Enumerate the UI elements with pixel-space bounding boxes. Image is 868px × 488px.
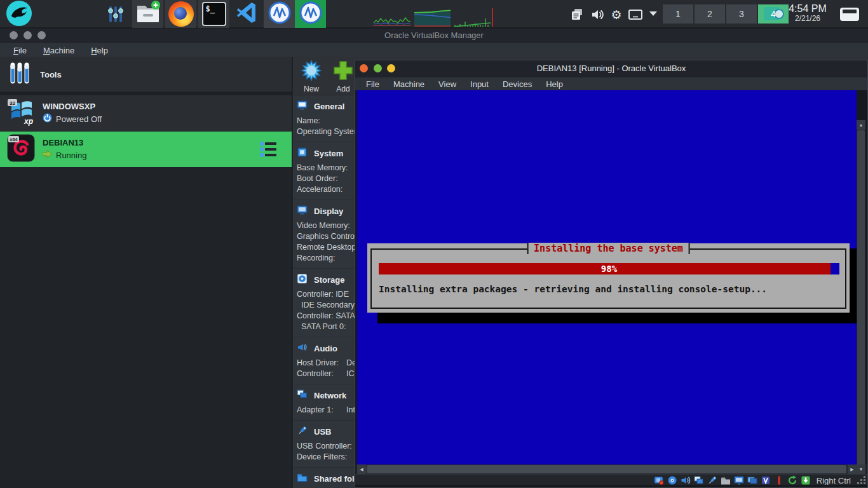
workspace-2-button[interactable]: 2 — [695, 4, 725, 24]
keyboard-capture-icon[interactable] — [801, 475, 811, 485]
detail-label: Operating System: — [297, 126, 363, 137]
sidebar-item-windowsxp[interactable]: 32 xp WINDOWSXP Pow — [0, 95, 292, 132]
dialog-shadow — [850, 248, 857, 323]
file-manager-launcher[interactable] — [132, 0, 163, 28]
virtualbox-icon — [268, 1, 292, 27]
host-key-label: Right Ctrl — [817, 476, 851, 485]
audio-icon[interactable] — [681, 475, 691, 485]
vm-details-toggle-icon[interactable] — [259, 140, 278, 161]
detail-label: Controller: — [297, 369, 346, 379]
network-icon[interactable] — [694, 475, 704, 485]
sidebar-item-debian13-selected[interactable]: x64 DEBIAN13 Running — [0, 132, 292, 167]
display-icon — [297, 205, 308, 218]
keyboard-indicator-icon[interactable] — [774, 475, 784, 485]
horizontal-scrollbar[interactable]: ◀ ▶ — [357, 464, 857, 474]
vm-name: WINDOWSXP — [43, 102, 102, 111]
powered-off-icon — [43, 113, 52, 125]
vscode-launcher[interactable] — [231, 0, 262, 28]
workspace-3-button[interactable]: 3 — [726, 4, 757, 24]
firefox-launcher[interactable] — [165, 0, 196, 28]
svg-text:xp: xp — [24, 117, 33, 126]
scroll-left-icon[interactable]: ◀ — [357, 464, 366, 474]
app-menu-button[interactable] — [5, 1, 33, 28]
panel-drawer-icon[interactable] — [840, 8, 859, 21]
scroll-down-icon[interactable]: ▼ — [857, 464, 865, 474]
detail-label: Name: — [297, 116, 320, 126]
menu-help[interactable]: Help — [84, 44, 115, 57]
mouse-integration-icon[interactable] — [787, 475, 797, 485]
usb-icon[interactable] — [707, 475, 717, 485]
vm-menubar: File Machine View Input Devices Help — [355, 77, 867, 90]
hdd-icon[interactable] — [654, 475, 664, 485]
manager-titlebar[interactable]: Oracle VirtualBox Manager — [0, 29, 868, 43]
vm-menu-file[interactable]: File — [359, 79, 386, 90]
vm-titlebar[interactable]: DEBIAN13 [Running] - Oracle VirtualBox — [355, 60, 867, 77]
settings-gear-icon[interactable]: ⚙ — [609, 7, 624, 22]
clock[interactable]: 4:54 PM 2/21/26 — [787, 3, 829, 24]
memory-graph[interactable] — [414, 8, 451, 27]
installer-dialog: Installing the base system 98% Installin… — [367, 243, 850, 313]
clipboard-tray-icon[interactable] — [569, 7, 585, 22]
display-tray-icon[interactable] — [628, 7, 643, 22]
detail-label: Controller: IDE — [297, 289, 349, 300]
vertical-scroll-thumb[interactable] — [857, 130, 865, 488]
sharedfolders-icon — [297, 472, 308, 485]
menu-file[interactable]: File — [6, 44, 34, 57]
vm-name: DEBIAN13 — [43, 138, 86, 147]
scroll-right-icon[interactable]: ▶ — [848, 464, 857, 474]
shared-folders-icon[interactable] — [721, 475, 731, 485]
network-graph[interactable] — [454, 8, 493, 27]
manager-window-title: Oracle VirtualBox Manager — [0, 30, 868, 40]
workspace-1-button[interactable]: 1 — [663, 4, 693, 24]
vm-menu-view[interactable]: View — [431, 79, 463, 90]
vm-display-area: Installing the base system 98% Installin… — [355, 90, 867, 464]
progress-bar: 98% — [379, 263, 839, 274]
section-title: General — [314, 102, 344, 111]
chevron-down-icon[interactable] — [649, 11, 657, 16]
dialog-title: Installing the base system — [527, 243, 690, 254]
network-icon — [297, 389, 308, 402]
display-icon[interactable] — [734, 475, 744, 485]
svg-text:32: 32 — [10, 100, 15, 106]
vm-menu-devices[interactable]: Devices — [496, 79, 539, 90]
add-label: Add — [336, 85, 349, 93]
scroll-up-icon[interactable]: ▲ — [857, 120, 865, 130]
workspace-4-button-active[interactable]: 4 — [758, 4, 789, 24]
vm-window-bottom-frame — [355, 485, 867, 487]
audio-mixer-icon[interactable] — [107, 5, 125, 25]
menu-machine[interactable]: Machine — [36, 44, 81, 57]
vertical-scrollbar[interactable]: ▲ — [857, 120, 865, 488]
section-title: Network — [314, 391, 346, 400]
volume-tray-icon[interactable] — [590, 7, 605, 22]
dialog-shadow — [377, 313, 857, 323]
cpu-graph[interactable] — [374, 8, 410, 27]
terminal-launcher[interactable]: $_ — [198, 0, 229, 28]
system-icon — [297, 147, 308, 160]
vm-menu-machine[interactable]: Machine — [386, 79, 431, 90]
vm-menu-input[interactable]: Input — [463, 79, 496, 90]
section-title: Audio — [314, 344, 337, 353]
new-vm-button[interactable]: New — [298, 60, 325, 93]
detail-label: Video Memory: — [297, 220, 350, 231]
detail-label: USB Controller: — [297, 441, 352, 452]
resize-grip[interactable] — [864, 482, 865, 484]
guest-screen[interactable]: Installing the base system 98% Installin… — [357, 90, 857, 464]
progress-percent: 98% — [379, 264, 839, 274]
installer-message: Installing extra packages - retrieving a… — [379, 284, 767, 294]
vm-menu-help[interactable]: Help — [539, 79, 570, 90]
new-icon — [301, 60, 322, 83]
vm-status: Powered Off — [56, 114, 102, 124]
recording-icon[interactable] — [747, 475, 757, 485]
add-vm-button[interactable]: Add — [330, 60, 356, 93]
distro-logo-icon — [6, 0, 32, 29]
horizontal-scroll-thumb[interactable] — [367, 465, 846, 473]
terminal-icon: $_ — [202, 2, 226, 26]
taskbar-virtualbox-manager[interactable] — [264, 0, 295, 28]
vm-status: Running — [56, 151, 86, 160]
optical-icon[interactable] — [667, 475, 677, 485]
taskbar-vm-window-active[interactable] — [295, 0, 326, 28]
sidebar-item-tools[interactable]: Tools — [0, 57, 292, 95]
features-icon[interactable] — [761, 475, 771, 485]
detail-label: Controller: SATA — [297, 311, 355, 322]
add-plus-icon — [333, 60, 353, 83]
